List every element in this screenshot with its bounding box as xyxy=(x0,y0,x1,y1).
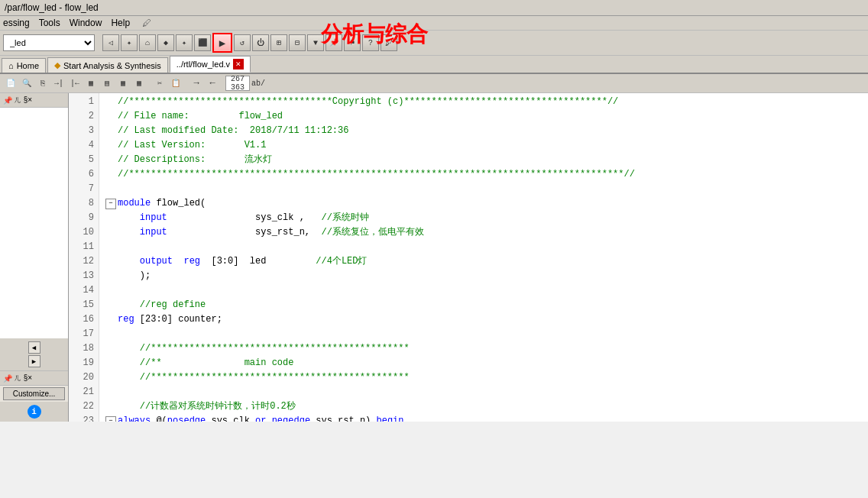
ed-btn-block4[interactable]: ▦ xyxy=(131,76,147,91)
tb-btn-3[interactable]: ⌂ xyxy=(139,34,156,51)
code-line-4: // Last Version: V1.1 xyxy=(105,138,862,153)
code-text-18: //**************************************… xyxy=(118,341,410,356)
code-text-21 xyxy=(118,385,123,399)
menu-icon: 🖊 xyxy=(142,18,151,28)
left-footer-pin[interactable]: 📌 xyxy=(3,374,12,383)
editor-toolbar: 📄 🔍 ⎘ →| |← ▦ ▤ ▦ ▦ ✂ 📋 → ← 267363 ab/ xyxy=(0,74,868,93)
tb-btn-13[interactable]: 📌 xyxy=(326,34,342,51)
tb-btn-help[interactable]: ? xyxy=(362,34,379,51)
ed-btn-indent-r[interactable]: →| xyxy=(51,76,66,91)
code-text-5: // Descriptions: 流水灯 xyxy=(118,153,272,167)
code-line-15: //reg define xyxy=(105,298,862,312)
ed-btn-search[interactable]: 🔍 xyxy=(19,76,34,91)
title-bar: /par/flow_led - flow_led xyxy=(0,0,868,16)
code-text-4: // Last Version: V1.1 xyxy=(118,138,266,153)
code-line-10: input sys_rst_n, //系统复位，低电平有效 xyxy=(105,225,862,240)
line-number-21: 21 xyxy=(69,385,94,399)
code-text-12: output reg [3:0] led //4个LED灯 xyxy=(118,254,368,269)
code-line-21 xyxy=(105,385,862,399)
ed-btn-arrow-l[interactable]: ← xyxy=(205,76,220,91)
line-number-9: 9 xyxy=(69,211,94,225)
tb-btn-8[interactable]: ↺ xyxy=(234,34,251,51)
tab-area: ⌂ Home ◆ Start Analysis & Synthesis ../r… xyxy=(0,56,868,74)
tab-home[interactable]: ⌂ Home xyxy=(2,58,46,73)
code-line-8: −module flow_led( xyxy=(105,196,862,211)
code-lines[interactable]: //*************************************C… xyxy=(99,93,868,422)
title-text: /par/flow_led - flow_led xyxy=(5,2,99,13)
code-text-1: //*************************************C… xyxy=(118,95,618,109)
ed-btn-copy[interactable]: ⎘ xyxy=(35,76,50,91)
ed-btn-indent-l[interactable]: |← xyxy=(67,76,83,91)
info-icon[interactable]: i xyxy=(28,405,41,419)
menu-essing[interactable]: essing xyxy=(3,18,30,28)
fold-icon-8[interactable]: − xyxy=(105,199,116,209)
tb-btn-16[interactable]: 🖊 xyxy=(381,34,397,51)
ed-btn-paste[interactable]: 📋 xyxy=(168,76,183,91)
left-panel-content xyxy=(0,108,68,338)
code-text-17 xyxy=(118,327,123,341)
tb-btn-start-analysis[interactable]: ▶ xyxy=(212,33,232,53)
code-text-7 xyxy=(118,182,123,196)
fold-icon-23[interactable]: − xyxy=(105,416,116,422)
tab-flow-led[interactable]: ../rtl/flow_led.v ✕ xyxy=(170,56,251,73)
code-line-14 xyxy=(105,283,862,298)
tb-btn-4[interactable]: ◆ xyxy=(157,34,174,51)
tb-btn-10[interactable]: ⊞ xyxy=(270,34,287,51)
tb-btn-12[interactable]: ▼ xyxy=(307,34,324,51)
line-number-17: 17 xyxy=(69,327,94,341)
left-panel-footer: 📌 ㄦ §× xyxy=(0,370,68,385)
code-line-3: // Last modified Date: 2018/7/11 11:12:3… xyxy=(105,124,862,138)
tb-btn-2[interactable]: ✦ xyxy=(121,34,138,51)
tb-btn-9[interactable]: ⏻ xyxy=(252,34,269,51)
side-arrows: ◀ ▶ xyxy=(0,338,68,370)
code-line-5: // Descriptions: 流水灯 xyxy=(105,153,862,167)
tab-analysis-label: Start Analysis & Synthesis xyxy=(63,61,161,70)
line-number-2: 2 xyxy=(69,109,94,124)
code-line-6: //**************************************… xyxy=(105,167,862,182)
tab-home-icon: ⌂ xyxy=(8,61,14,70)
menu-tools[interactable]: Tools xyxy=(39,18,60,28)
menu-window[interactable]: Window xyxy=(70,18,102,28)
ed-btn-cut[interactable]: ✂ xyxy=(152,76,167,91)
ed-btn-block3[interactable]: ▦ xyxy=(115,76,131,91)
menu-help[interactable]: Help xyxy=(111,18,130,28)
line-number-3: 3 xyxy=(69,124,94,138)
tb-btn-6[interactable]: ⬛ xyxy=(194,34,211,51)
ed-btn-file[interactable]: 📄 xyxy=(3,76,18,91)
left-panel-pin[interactable]: 📌 xyxy=(3,96,12,105)
code-line-17 xyxy=(105,327,862,341)
tb-btn-11[interactable]: ⊟ xyxy=(289,34,306,51)
menu-bar: essing Tools Window Help 🖊 xyxy=(0,16,868,31)
tab-home-label: Home xyxy=(17,61,39,70)
code-line-20: //**************************************… xyxy=(105,370,862,385)
tab-flow-led-label: ../rtl/flow_led.v xyxy=(177,60,230,69)
code-text-3: // Last modified Date: 2018/7/11 11:12:3… xyxy=(118,124,348,138)
ed-btn-block[interactable]: ▦ xyxy=(83,76,99,91)
arrow-right-btn[interactable]: ▶ xyxy=(28,355,40,367)
ed-btn-arrow-r[interactable]: → xyxy=(189,76,204,91)
ed-btn-block2[interactable]: ▤ xyxy=(99,76,115,91)
file-select[interactable]: _led xyxy=(3,34,95,51)
arrow-left-btn[interactable]: ◀ xyxy=(28,341,40,354)
code-line-13: ); xyxy=(105,269,862,283)
tb-btn-14[interactable]: ⚑ xyxy=(344,34,361,51)
tb-btn-1[interactable]: ◁ xyxy=(102,34,119,51)
tb-btn-5[interactable]: ✦ xyxy=(176,34,193,51)
code-text-19: //** main code xyxy=(118,356,293,370)
code-line-22: //计数器对系统时钟计数，计时0.2秒 xyxy=(105,399,862,414)
line-numbers: 1234567891011121314151617181920212223242… xyxy=(69,93,99,422)
customize-area: Customize... xyxy=(0,385,68,402)
customize-button[interactable]: Customize... xyxy=(3,387,65,400)
code-line-11 xyxy=(105,240,862,254)
ed-btn-abc[interactable]: ab/ xyxy=(251,76,266,91)
tab-close-icon[interactable]: ✕ xyxy=(233,59,244,70)
line-number-1: 1 xyxy=(69,95,94,109)
line-number-5: 5 xyxy=(69,153,94,167)
line-number-18: 18 xyxy=(69,341,94,356)
code-text-11 xyxy=(118,240,123,254)
tab-analysis[interactable]: ◆ Start Analysis & Synthesis xyxy=(47,57,168,73)
line-number-13: 13 xyxy=(69,269,94,283)
code-line-19: //** main code xyxy=(105,356,862,370)
code-line-9: input sys_clk , //系统时钟 xyxy=(105,211,862,225)
code-line-18: //**************************************… xyxy=(105,341,862,356)
